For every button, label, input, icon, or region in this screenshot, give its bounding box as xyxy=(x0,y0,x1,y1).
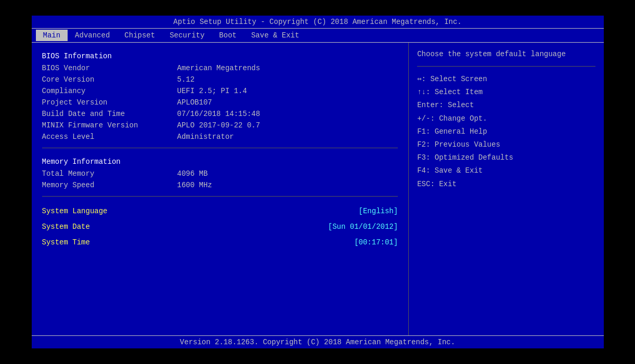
help-divider xyxy=(417,66,595,67)
core-version-value: 5.12 xyxy=(177,75,398,84)
access-level-label: Access Level xyxy=(42,133,177,141)
key-change-opt: +/-: Change Opt. xyxy=(417,112,595,125)
divider-2 xyxy=(42,196,398,197)
tab-security[interactable]: Security xyxy=(162,30,212,41)
access-level-row: Access Level Administrator xyxy=(42,132,398,141)
tab-save-exit[interactable]: Save & Exit xyxy=(244,30,306,41)
main-panel: BIOS Information BIOS Vendor American Me… xyxy=(32,43,409,335)
core-version-label: Core Version xyxy=(42,75,177,84)
memory-speed-row: Memory Speed 1600 MHz xyxy=(42,180,398,190)
key-f1: F1: General Help xyxy=(417,125,595,138)
compliancy-row: Compliancy UEFI 2.5; PI 1.4 xyxy=(42,86,398,96)
tab-boot[interactable]: Boot xyxy=(212,30,244,41)
project-version-row: Project Version APLOB107 xyxy=(42,98,398,107)
title-text: Aptio Setup Utility - Copyright (C) 2018… xyxy=(173,18,462,26)
bios-info-title: BIOS Information xyxy=(42,52,398,60)
key-f2: F2: Previous Values xyxy=(417,138,595,151)
footer-text: Version 2.18.1263. Copyright (C) 2018 Am… xyxy=(180,338,455,346)
compliancy-value: UEFI 2.5; PI 1.4 xyxy=(177,87,398,95)
divider-1 xyxy=(42,148,398,148)
key-select-item: ↑↓: Select Item xyxy=(417,86,595,99)
key-f4: F4: Save & Exit xyxy=(417,164,595,177)
system-date-row[interactable]: System Date [Sun 01/01/2012] xyxy=(42,222,398,232)
tab-advanced[interactable]: Advanced xyxy=(68,30,117,41)
build-date-value: 07/16/2018 14:15:48 xyxy=(177,110,398,118)
tab-main[interactable]: Main xyxy=(36,30,68,41)
system-time-row[interactable]: System Time [00:17:01] xyxy=(42,237,398,248)
help-description: Choose the system default language xyxy=(417,49,595,60)
project-version-value: APLOB107 xyxy=(177,98,398,107)
key-enter: Enter: Select xyxy=(417,99,595,112)
tab-chipset[interactable]: Chipset xyxy=(117,30,162,41)
bios-vendor-label: BIOS Vendor xyxy=(42,64,177,72)
title-bar: Aptio Setup Utility - Copyright (C) 2018… xyxy=(32,16,604,29)
compliancy-label: Compliancy xyxy=(42,87,177,95)
bios-screen: Aptio Setup Utility - Copyright (C) 2018… xyxy=(32,16,604,348)
content-area: BIOS Information BIOS Vendor American Me… xyxy=(32,43,604,335)
footer: Version 2.18.1263. Copyright (C) 2018 Am… xyxy=(32,335,604,348)
project-version-label: Project Version xyxy=(42,98,177,107)
total-memory-row: Total Memory 4096 MB xyxy=(42,169,398,178)
memory-speed-value: 1600 MHz xyxy=(177,181,398,189)
system-date-label: System Date xyxy=(42,223,177,231)
system-language-row[interactable]: System Language [English] xyxy=(42,206,398,216)
help-panel: Choose the system default language ⇔: Se… xyxy=(409,43,603,335)
minix-fw-row: MINIX Firmware Version APLO 2017-09-22 0… xyxy=(42,121,398,130)
system-time-value[interactable]: [00:17:01] xyxy=(354,238,398,246)
access-level-value: Administrator xyxy=(177,133,398,141)
build-date-label: Build Date and Time xyxy=(42,110,177,118)
nav-bar: Main Advanced Chipset Security Boot Save… xyxy=(32,29,604,43)
core-version-row: Core Version 5.12 xyxy=(42,75,398,84)
system-language-value[interactable]: [English] xyxy=(359,207,398,215)
help-keys: ⇔: Select Screen ↑↓: Select Item Enter: … xyxy=(417,73,595,191)
total-memory-label: Total Memory xyxy=(42,170,177,178)
build-date-row: Build Date and Time 07/16/2018 14:15:48 xyxy=(42,109,398,119)
bios-vendor-row: BIOS Vendor American Megatrends xyxy=(42,63,398,73)
bios-vendor-value: American Megatrends xyxy=(177,64,398,72)
system-date-value[interactable]: [Sun 01/01/2012] xyxy=(328,223,398,231)
system-language-label: System Language xyxy=(42,207,177,215)
key-select-screen: ⇔: Select Screen xyxy=(417,73,595,86)
memory-speed-label: Memory Speed xyxy=(42,181,177,189)
memory-info-title: Memory Information xyxy=(42,158,398,166)
system-time-label: System Time xyxy=(42,238,177,246)
total-memory-value: 4096 MB xyxy=(177,170,398,178)
minix-fw-label: MINIX Firmware Version xyxy=(42,121,177,129)
key-esc: ESC: Exit xyxy=(417,178,595,191)
minix-fw-value: APLO 2017-09-22 0.7 xyxy=(177,121,398,129)
key-f3: F3: Optimized Defaults xyxy=(417,151,595,164)
